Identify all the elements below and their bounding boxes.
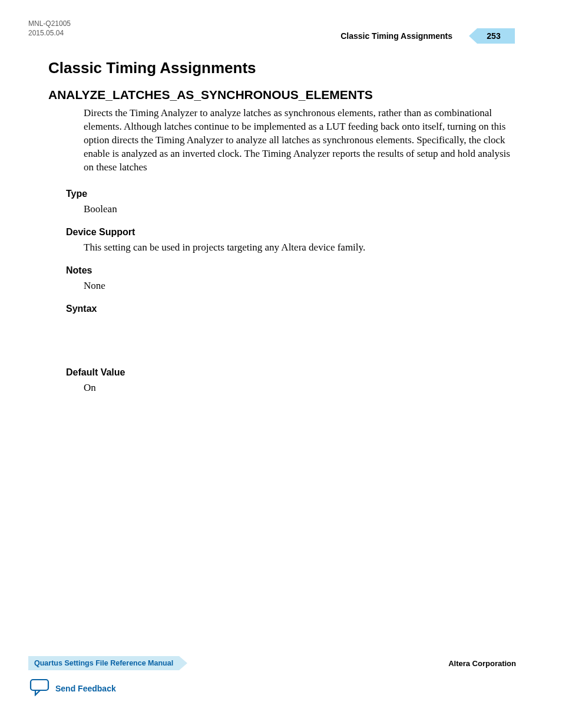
- section-title: Classic Timing Assignments: [48, 59, 520, 77]
- type-label: Type: [66, 189, 520, 199]
- footer-left-triangle: [179, 656, 187, 670]
- send-feedback-link[interactable]: Send Feedback: [29, 678, 116, 699]
- document-id: MNL-Q21005: [28, 19, 71, 28]
- header-right: Classic Timing Assignments 253: [340, 28, 515, 44]
- device-support-value: This setting can be used in projects tar…: [84, 241, 520, 255]
- svg-rect-0: [31, 680, 48, 690]
- badge-triangle: [469, 28, 477, 44]
- default-value-value: On: [84, 381, 520, 395]
- page-number: 253: [477, 28, 515, 44]
- notes-label: Notes: [66, 265, 520, 276]
- document-id-block: MNL-Q21005 2015.05.04: [28, 19, 71, 38]
- document-page: { "header": { "doc_id": "MNL-Q21005", "d…: [0, 0, 562, 728]
- document-date: 2015.05.04: [28, 28, 71, 38]
- device-support-label: Device Support: [66, 227, 520, 238]
- syntax-label: Syntax: [66, 304, 520, 314]
- page-number-badge: 253: [469, 28, 515, 44]
- breadcrumb: Classic Timing Assignments: [340, 31, 452, 41]
- footer-bar: Quartus Settings File Reference Manual A…: [28, 656, 516, 670]
- content-area: Classic Timing Assignments ANALYZE_LATCH…: [48, 59, 520, 405]
- subsection-title: ANALYZE_LATCHES_AS_SYNCHRONOUS_ELEMENTS: [48, 88, 520, 102]
- default-value-label: Default Value: [66, 367, 520, 378]
- send-feedback-label: Send Feedback: [55, 684, 116, 693]
- section-description: Directs the Timing Analyzer to analyze l…: [84, 107, 520, 174]
- manual-title-link[interactable]: Quartus Settings File Reference Manual: [28, 656, 179, 670]
- speech-bubble-icon: [29, 678, 55, 699]
- notes-value: None: [84, 279, 520, 293]
- type-value: Boolean: [84, 203, 520, 216]
- company-name: Altera Corporation: [448, 659, 516, 668]
- syntax-value-empty: [48, 318, 520, 359]
